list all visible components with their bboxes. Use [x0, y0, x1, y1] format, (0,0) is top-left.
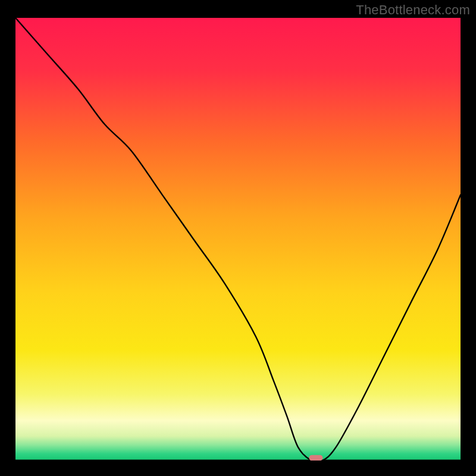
gradient-background — [15, 18, 461, 461]
watermark-text: TheBottleneck.com — [356, 2, 470, 18]
chart-frame: TheBottleneck.com — [0, 0, 476, 476]
chart-svg — [15, 18, 461, 461]
optimal-marker — [309, 455, 322, 461]
plot-area — [15, 18, 461, 461]
